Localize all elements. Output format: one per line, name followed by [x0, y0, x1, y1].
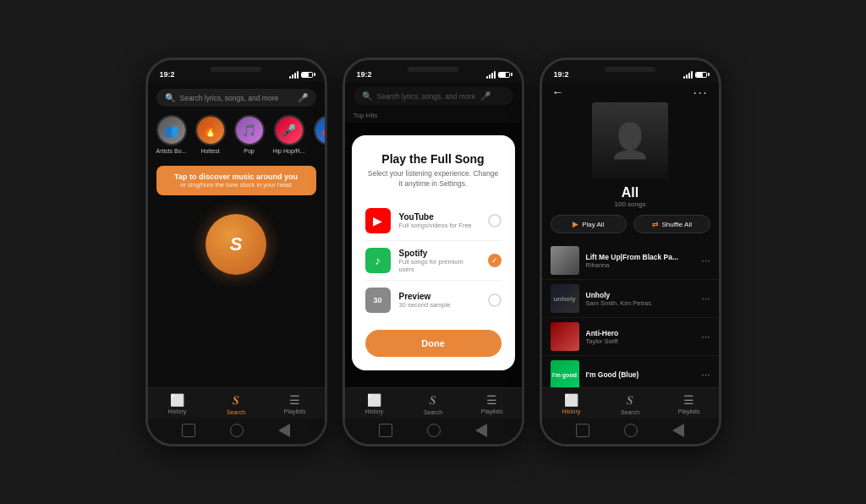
song-info-1: Lift Me Up|From Black Pa... Rihanna — [586, 253, 695, 269]
shazam-button[interactable]: S — [206, 214, 266, 275]
modal-card: Play the Full Song Select your listening… — [352, 135, 515, 370]
song-menu-4[interactable]: ··· — [701, 369, 710, 381]
song-name-2: Unholy — [586, 291, 695, 299]
shazam-circle: S — [148, 214, 325, 275]
android-back-3[interactable] — [672, 424, 684, 437]
preview-name: Preview — [399, 292, 480, 301]
tabs-blurred: Top Hits — [354, 112, 513, 119]
song-thumb-1 — [551, 246, 579, 275]
screen-1: 🔍 Search lyrics, songs, and more 🎤 👥 Art… — [148, 82, 325, 387]
nav-history-2[interactable]: ⬜ History — [345, 393, 404, 415]
nav-search-label-3: Search — [621, 409, 639, 415]
playlists-icon-3: ☰ — [683, 393, 694, 407]
song-menu-3[interactable]: ··· — [701, 331, 710, 342]
nav-buttons-1 — [148, 419, 325, 444]
category-5[interactable]: 🎸 L — [314, 115, 325, 154]
category-artists[interactable]: 👥 Artists Bo... — [156, 115, 187, 154]
battery-icon-2 — [498, 72, 510, 78]
song-row-2[interactable]: unholy Unholy Sam Smith, Kim Petras ··· — [542, 280, 719, 318]
song-thumb-4: I'm good — [551, 360, 579, 387]
discover-button[interactable]: Tap to discover music around you or sing… — [156, 166, 316, 195]
song-menu-2[interactable]: ··· — [701, 293, 710, 304]
nav-history-label-3: History — [562, 408, 580, 414]
screen-3: ← ··· All 100 songs ▶ Play All ⇄ Shuffle… — [542, 82, 719, 387]
preview-desc: 30 second sample — [399, 301, 480, 309]
mic-icon-1[interactable]: 🎤 — [298, 93, 308, 102]
nav-search-3[interactable]: 𝑺 Search — [600, 393, 660, 415]
play-all-button[interactable]: ▶ Play All — [551, 215, 628, 233]
status-bar-1: 19:2 — [148, 60, 325, 82]
youtube-radio[interactable] — [488, 214, 502, 227]
modal-title: Play the Full Song — [365, 152, 502, 166]
nav-playlists-3[interactable]: ☰ Playlists — [660, 393, 719, 415]
search-placeholder-2: Search lyrics, songs, and more — [377, 92, 476, 101]
battery-icon — [301, 72, 313, 78]
song-list: Lift Me Up|From Black Pa... Rihanna ··· … — [542, 242, 719, 387]
modal-subtitle: Select your listening experience. Change… — [365, 169, 502, 189]
song-artist-2: Sam Smith, Kim Petras — [586, 299, 695, 307]
phone-2: 19:2 🔍 Search lyrics, songs, and more 🎤 … — [343, 58, 524, 446]
android-home-2[interactable] — [427, 424, 441, 437]
nav-history-label-2: History — [364, 408, 383, 414]
spotify-name: Spotify — [399, 249, 480, 258]
android-back-1[interactable] — [278, 424, 290, 437]
category-avatar-5: 🎸 — [314, 115, 325, 145]
play-icon: ▶ — [573, 220, 578, 228]
android-home-3[interactable] — [624, 424, 638, 437]
discover-line1: Tap to discover music around you — [165, 173, 308, 181]
search-nav-icon-1: 𝑺 — [233, 393, 239, 408]
android-recents-2[interactable] — [379, 424, 392, 437]
song-menu-1[interactable]: ··· — [701, 255, 710, 266]
song-row-1[interactable]: Lift Me Up|From Black Pa... Rihanna ··· — [542, 242, 719, 280]
search-nav-icon-3: 𝑺 — [627, 393, 633, 408]
discover-line2: or sing/hum the tune stuck in your head — [165, 181, 308, 189]
song-thumb-2: unholy — [551, 284, 579, 313]
done-button[interactable]: Done — [365, 330, 502, 357]
play-all-label: Play All — [582, 221, 604, 228]
nav-search-2[interactable]: 𝑺 Search — [403, 393, 463, 415]
nav-playlists-label-3: Playlists — [678, 408, 700, 414]
spotify-desc: Full songs for premium users — [399, 258, 480, 273]
android-recents-1[interactable] — [182, 424, 195, 437]
nav-playlists-2[interactable]: ☰ Playlists — [463, 393, 522, 415]
album-art-image — [592, 102, 668, 178]
song-info-4: I'm Good (Blue) — [586, 370, 695, 379]
category-hiphop[interactable]: 🎤 Hip Hop/R... — [273, 115, 305, 154]
preview-info: Preview 30 second sample — [399, 292, 480, 309]
back-button[interactable]: ← — [552, 85, 564, 99]
android-back-2[interactable] — [475, 424, 487, 437]
song-info-2: Unholy Sam Smith, Kim Petras — [586, 291, 695, 307]
category-label-4: Hip Hop/R... — [273, 148, 305, 154]
option-preview[interactable]: 30 Preview 30 second sample — [365, 281, 502, 320]
more-menu-button[interactable]: ··· — [693, 85, 709, 99]
search-icon-2: 🔍 — [362, 91, 372, 101]
song-row-3[interactable]: Anti-Hero Taylor Swift ··· — [542, 318, 719, 356]
option-spotify[interactable]: ♪ Spotify Full songs for premium users ✓ — [365, 241, 502, 281]
spotify-radio[interactable]: ✓ — [488, 254, 502, 267]
category-avatar-1: 👥 — [156, 115, 187, 145]
youtube-icon: ▶ — [365, 208, 391, 233]
song-row-4[interactable]: I'm good I'm Good (Blue) ··· — [542, 356, 719, 387]
android-recents-3[interactable] — [576, 424, 589, 437]
phone-3: 19:2 ← ··· All 100 songs — [540, 58, 721, 446]
search-bar-1[interactable]: 🔍 Search lyrics, songs, and more 🎤 — [156, 89, 316, 107]
android-home-1[interactable] — [230, 424, 244, 437]
category-pop[interactable]: 🎵 Pop — [234, 115, 265, 154]
preview-radio[interactable] — [488, 293, 502, 307]
song-artist-1: Rihanna — [586, 261, 695, 269]
nav-history-3[interactable]: ⬜ History — [542, 393, 601, 415]
nav-search-1[interactable]: 𝑺 Search — [206, 393, 266, 415]
spotify-info: Spotify Full songs for premium users — [399, 249, 480, 273]
nav-history-1[interactable]: ⬜ History — [148, 393, 207, 415]
bottom-nav-2: ⬜ History 𝑺 Search ☰ Playlists — [345, 387, 522, 419]
modal-overlay: Play the Full Song Select your listening… — [345, 123, 522, 387]
album-art-large — [592, 102, 668, 178]
history-icon-1: ⬜ — [170, 393, 184, 407]
category-hottest[interactable]: 🔥 Hottest — [195, 115, 226, 154]
shuffle-icon: ⇄ — [652, 220, 659, 228]
shuffle-all-button[interactable]: ⇄ Shuffle All — [633, 215, 710, 233]
signal-icon-2 — [486, 71, 496, 79]
nav-playlists-1[interactable]: ☰ Playlists — [266, 393, 325, 415]
nav-history-label-1: History — [167, 408, 186, 414]
option-youtube[interactable]: ▶ YouTube Full songs/videos for Free — [365, 201, 502, 241]
